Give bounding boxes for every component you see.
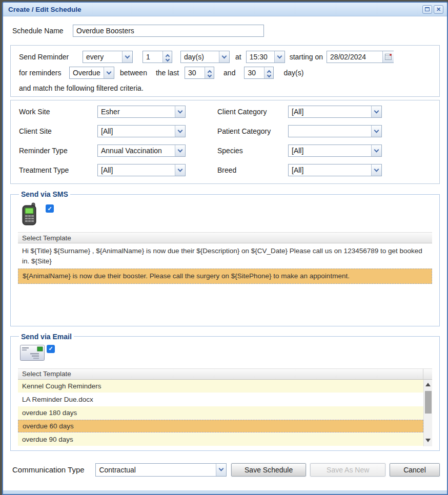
maximize-button[interactable] [422,5,432,14]
scrollbar-thumb[interactable] [425,391,432,414]
email-enabled-checkbox[interactable] [47,345,55,353]
calendar-icon[interactable] [382,51,394,63]
chevron-down-icon [175,145,185,156]
breed-select[interactable]: [All] [288,164,382,176]
breed-label: Breed [217,166,288,174]
email-template-row[interactable]: overdue 90 days [18,433,423,446]
scroll-up-icon[interactable] [425,383,431,386]
sms-template-header-label: Select Template [22,234,71,242]
chevron-down-icon [122,51,132,63]
client-site-label: Client Site [19,127,97,135]
chevron-down-icon [219,51,229,63]
send-via-email-section: Send via Email [10,333,440,451]
match-criteria-label: and match the following filtered criteri… [19,84,144,92]
treatment-type-label: Treatment Type [19,166,97,174]
work-site-value: Esher [98,106,175,117]
chevron-down-icon [216,464,226,476]
days-to-stepper[interactable] [244,67,274,79]
communication-type-value: Contractual [96,464,215,476]
sms-enable-row [20,202,432,228]
sms-list-empty-area [18,284,432,322]
email-template-row[interactable]: Kennel Cough Reminders [18,380,423,393]
footer-row: Communication Type Contractual Save Sche… [10,463,440,477]
client-site-select[interactable]: [All] [97,125,186,137]
chevron-down-icon [274,51,284,63]
days-to-input[interactable] [245,67,264,78]
dialog-content: Schedule Name Send Reminder every day(s) [3,16,447,494]
and-label: and [223,69,235,77]
work-site-select[interactable]: Esher [97,106,186,118]
close-button[interactable]: ✕ [434,5,443,14]
email-enable-row [20,345,432,364]
days-from-input[interactable] [185,67,205,78]
communication-type-select[interactable]: Contractual [95,463,226,477]
time-select[interactable]: 15:30 [246,51,285,63]
window-bottom-border [3,490,447,494]
for-reminders-row: for reminders Overdue between the last a… [19,67,433,79]
client-category-select[interactable]: [All] [288,106,382,118]
start-date-field[interactable] [327,51,394,63]
the-last-label: the last [156,69,179,77]
email-list-scrollbar[interactable] [423,380,432,446]
for-reminders-label: for reminders [19,69,69,77]
stepper-arrows-icon[interactable] [162,51,172,63]
stepper-arrows-icon[interactable] [264,67,273,78]
between-label: between [120,69,147,77]
client-site-value: [All] [98,126,175,137]
chevron-down-icon [175,126,185,137]
close-icon: ✕ [436,7,441,12]
reminder-type-select[interactable]: Annual Vaccination [97,145,186,157]
breed-value: [All] [289,164,371,176]
treatment-type-value: [All] [98,164,175,176]
at-label: at [235,53,241,61]
filter-criteria-panel: Work Site Esher Client Category [All] Cl… [10,100,440,184]
frequency-value: every [83,51,122,63]
titlebar: Create / Edit Schedule ✕ [3,3,447,16]
cancel-button[interactable]: Cancel [390,463,440,477]
unit-value: day(s) [181,51,219,63]
send-via-sms-section: Send via SMS [10,190,440,326]
sms-template-header: Select Template [18,232,432,243]
chevron-down-icon [371,145,381,156]
chevron-down-icon [371,106,381,117]
create-edit-schedule-dialog: Create / Edit Schedule ✕ Schedule Name S… [2,2,448,495]
starting-on-label: starting on [290,53,323,61]
schedule-name-row: Schedule Name [10,25,440,37]
email-legend: Send via Email [19,333,74,341]
email-template-row-selected[interactable]: overdue 60 days [18,420,423,432]
start-date-input[interactable] [327,51,382,63]
send-reminder-label: Send Reminder [19,53,83,61]
chevron-down-icon [175,106,185,117]
patient-category-select[interactable] [288,125,382,137]
save-schedule-button[interactable]: Save Schedule [231,463,307,477]
email-template-row[interactable]: LA Reminder Due.docx [18,393,423,406]
days-from-stepper[interactable] [185,67,214,79]
scroll-down-icon[interactable] [425,439,431,442]
unit-select[interactable]: day(s) [180,51,230,63]
patient-category-label: Patient Category [217,127,288,135]
work-site-label: Work Site [19,108,97,116]
reminder-status-select[interactable]: Overdue [69,67,114,79]
reminder-type-label: Reminder Type [19,147,97,155]
communication-type-label: Communication Type [12,465,95,474]
species-select[interactable]: [All] [288,145,382,157]
email-template-row[interactable]: overdue 180 days [18,406,423,419]
sms-template-row-selected[interactable]: ${AnimalName} is now due their booster. … [18,269,432,284]
interval-input[interactable] [143,51,162,63]
sms-enabled-checkbox[interactable] [46,204,54,213]
frequency-select[interactable]: every [83,51,133,63]
chevron-down-icon [104,67,114,78]
interval-stepper[interactable] [142,51,172,63]
email-template-list: Kennel Cough Reminders LA Reminder Due.d… [18,380,432,446]
dialog-title: Create / Edit Schedule [8,6,421,13]
schedule-name-input[interactable] [73,25,264,37]
stepper-arrows-icon[interactable] [205,67,214,78]
email-template-header-label: Select Template [22,370,71,378]
schedule-name-label: Schedule Name [12,27,73,35]
patient-category-value [289,126,371,137]
treatment-type-select[interactable]: [All] [97,164,186,176]
sms-template-row[interactable]: Hi ${Title} ${Surname} , ${AnimalName} i… [18,243,432,269]
client-category-value: [All] [289,106,371,117]
client-category-label: Client Category [217,108,288,116]
maximize-icon [425,7,430,11]
